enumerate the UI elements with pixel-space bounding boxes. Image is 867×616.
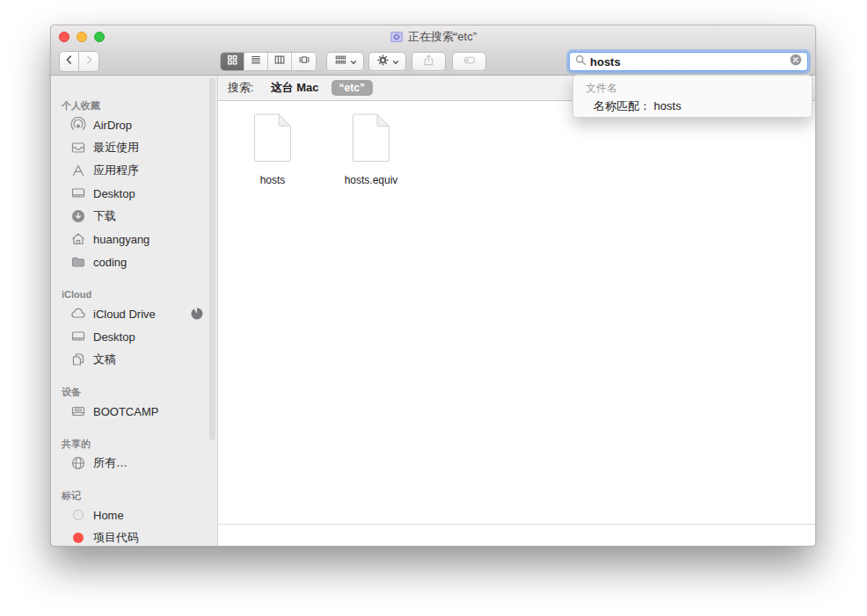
traffic-lights <box>59 32 105 42</box>
desktop-icon <box>70 329 86 344</box>
gallery-view-button[interactable] <box>292 53 316 70</box>
file-name: hosts.equiv <box>345 174 398 186</box>
tags-button[interactable] <box>452 52 486 71</box>
sidebar-item-desktop[interactable]: Desktop <box>51 182 217 205</box>
file-results-area: hosts hosts.equiv <box>218 101 815 524</box>
scope-label: 搜索: <box>228 80 254 96</box>
arrange-button[interactable] <box>326 52 364 71</box>
sidebar-section: 共享的所有… <box>51 436 217 475</box>
sidebar-item-label: Home <box>93 509 124 522</box>
search-icon <box>575 54 586 69</box>
sidebar-item-bootcamp[interactable]: BOOTCAMP <box>51 400 217 423</box>
close-button[interactable] <box>59 32 69 42</box>
clear-search-icon[interactable] <box>790 54 802 69</box>
sidebar-section-title: 标记 <box>51 488 217 504</box>
sidebar-item-airdrop[interactable]: AirDrop <box>51 113 217 136</box>
search-input[interactable] <box>590 55 786 69</box>
cloud-icon <box>70 306 86 322</box>
sidebar-section: iCloudiCloud DriveDesktop文稿 <box>51 286 217 371</box>
navigation-buttons <box>59 51 99 72</box>
sidebar-item-tag-home[interactable]: Home <box>51 504 217 526</box>
sidebar-item-downloads[interactable]: 下载 <box>51 205 217 228</box>
sidebar-section-title: 共享的 <box>51 436 217 452</box>
sidebar-item-label: 下载 <box>93 208 116 224</box>
list-view-button[interactable] <box>244 53 268 70</box>
toolbar <box>51 48 815 76</box>
sidebar-item-all-shared[interactable]: 所有… <box>51 452 217 475</box>
chevron-down-icon <box>392 54 399 69</box>
main-pane: 搜索: 这台 Mac “etc” hosts hosts.equiv <box>218 76 815 547</box>
forward-button[interactable] <box>79 51 99 72</box>
internal-drive-icon <box>70 403 86 419</box>
sidebar-item-applications[interactable]: 应用程序 <box>51 159 217 182</box>
documents-icon <box>70 351 86 367</box>
sidebar-item-label: 文稿 <box>93 351 116 367</box>
tag-dot-icon <box>70 507 86 523</box>
column-view-icon <box>273 54 286 69</box>
sidebar-item-label: iCloud Drive <box>93 308 156 321</box>
desktop-icon <box>70 185 86 201</box>
gallery-view-icon <box>298 54 310 69</box>
search-field[interactable] <box>569 52 808 71</box>
sidebar-item-label: 最近使用 <box>93 140 139 156</box>
sidebar-item-home-huangyang[interactable]: huangyang <box>51 228 217 250</box>
share-icon <box>422 54 435 70</box>
sidebar-item-label: 所有… <box>93 455 128 471</box>
titlebar: 正在搜索“etc” <box>51 25 815 48</box>
applications-icon <box>70 163 86 178</box>
blank-document-icon <box>352 113 390 166</box>
sidebar-item-label: huangyang <box>93 233 149 246</box>
arrange-grid-icon <box>334 54 347 69</box>
column-view-button[interactable] <box>268 53 292 70</box>
sidebar-item-label: BOOTCAMP <box>93 405 158 418</box>
zoom-button[interactable] <box>94 32 105 42</box>
sidebar: 个人收藏AirDrop最近使用应用程序Desktop下载huangyangcod… <box>51 76 218 547</box>
status-bar <box>218 524 815 547</box>
finder-window: 正在搜索“etc” <box>50 25 816 547</box>
grid-view-icon <box>226 54 238 69</box>
sidebar-section: 个人收藏AirDrop最近使用应用程序Desktop下载huangyangcod… <box>51 98 217 273</box>
folder-icon <box>70 254 86 270</box>
minimize-button[interactable] <box>76 32 87 42</box>
sidebar-section: 设备BOOTCAMP <box>51 384 217 423</box>
search-suggestions-dropdown: 文件名 名称匹配： hosts <box>572 75 812 118</box>
view-switcher <box>220 52 317 71</box>
share-button[interactable] <box>412 52 446 71</box>
chevron-down-icon <box>350 54 357 69</box>
scope-this-mac[interactable]: 这台 Mac <box>271 80 319 96</box>
file-result[interactable]: hosts.equiv <box>331 113 412 186</box>
file-result[interactable]: hosts <box>232 113 313 186</box>
home-icon <box>70 231 86 247</box>
sidebar-item-icloud-drive[interactable]: iCloud Drive <box>51 302 217 325</box>
sidebar-item-label: Desktop <box>93 330 135 344</box>
back-chevron-icon <box>63 54 76 69</box>
forward-chevron-icon <box>83 54 95 69</box>
back-button[interactable] <box>59 51 79 72</box>
list-view-icon <box>250 54 262 69</box>
suggestion-name-matches[interactable]: 名称匹配： hosts <box>586 98 812 114</box>
sidebar-section-title: 设备 <box>51 384 217 400</box>
gear-icon <box>376 54 390 70</box>
sidebar-item-recents[interactable]: 最近使用 <box>51 136 217 159</box>
search-token[interactable]: “etc” <box>332 80 373 96</box>
action-button[interactable] <box>368 52 406 71</box>
tag-icon <box>463 54 477 70</box>
sidebar-item-tag-project-code[interactable]: 项目代码 <box>51 526 217 547</box>
sidebar-item-documents[interactable]: 文稿 <box>51 348 217 371</box>
sidebar-section-title: 个人收藏 <box>51 98 217 113</box>
sidebar-item-label: AirDrop <box>93 119 132 132</box>
title-group: 正在搜索“etc” <box>390 29 477 45</box>
sidebar-item-label: 应用程序 <box>93 163 139 178</box>
suggestion-section-header: 文件名 <box>586 81 812 96</box>
sidebar-section-title: iCloud <box>51 286 217 302</box>
sidebar-section: 标记Home项目代码Blue <box>51 488 217 547</box>
sidebar-scrollbar[interactable] <box>209 78 215 440</box>
sidebar-item-label: 项目代码 <box>93 530 139 546</box>
sidebar-item-coding[interactable]: coding <box>51 250 217 273</box>
sidebar-item-label: Desktop <box>93 187 135 200</box>
icon-view-button[interactable] <box>221 53 244 70</box>
sidebar-item-icloud-desktop[interactable]: Desktop <box>51 325 217 348</box>
file-name: hosts <box>260 174 286 186</box>
window-title: 正在搜索“etc” <box>408 29 477 45</box>
tag-color-dot <box>73 510 84 520</box>
